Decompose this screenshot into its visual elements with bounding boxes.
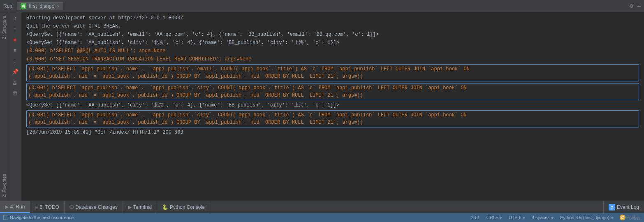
tab-close-button[interactable]: × bbox=[57, 4, 59, 9]
restart-icon[interactable]: ↺ bbox=[11, 14, 20, 23]
todo-tab[interactable]: ≡ 6: TODO bbox=[30, 201, 65, 213]
top-bar: Run: dj first_django × ⚙ — bbox=[0, 0, 644, 12]
cursor-position[interactable]: 23:1 bbox=[471, 215, 480, 220]
vtab-bottom-group: 2: Favorites bbox=[0, 171, 9, 201]
sql-line-1b: (`app1_publish`.`nid` = `app1_book`.`pub… bbox=[28, 73, 637, 80]
sql-line-3b: (`app1_publish`.`nid` = `app1_book`.`pub… bbox=[28, 119, 637, 126]
sql-block-2: (0.001) b'SELECT `app1_publish`.`name`, … bbox=[26, 83, 639, 100]
console-line-7: <QuerySet [{'name': 'AA_publish', 'city'… bbox=[21, 101, 644, 109]
run-tab[interactable]: dj first_django × bbox=[17, 2, 63, 10]
delete-icon[interactable]: 🗑 bbox=[11, 89, 20, 98]
terminal-tab[interactable]: ▶ Terminal bbox=[123, 201, 157, 213]
pin-icon[interactable]: 📌 bbox=[11, 67, 20, 76]
menu-icon[interactable]: ≡ bbox=[11, 46, 20, 55]
main-area: Z: Structure 2: Favorites ↺ ↑ ■ ≡ ↓ 📌 🖨 … bbox=[0, 12, 644, 201]
stop-icon[interactable]: ■ bbox=[11, 35, 20, 44]
line-ending[interactable]: CRLF ÷ bbox=[486, 215, 502, 220]
run-tab-label: 4: Run bbox=[10, 204, 25, 210]
status-right: 23:1 CRLF ÷ UTF-8 ÷ 4 spaces ÷ Python 3.… bbox=[471, 215, 641, 221]
django-icon: dj bbox=[21, 3, 26, 9]
left-sidebar: ↺ ↑ ■ ≡ ↓ 📌 🖨 🗑 bbox=[9, 12, 21, 201]
settings-icon[interactable]: ⚙ bbox=[630, 2, 633, 9]
python-console-tab[interactable]: 🐍 Python Console bbox=[157, 201, 210, 213]
watermark: 亿 亿速云 bbox=[620, 215, 641, 221]
db-icon: ⛁ bbox=[69, 204, 74, 210]
console-line-1: Starting development server at http://12… bbox=[21, 14, 644, 22]
console-line-2: Quit the server with CTRL-BREAK. bbox=[21, 22, 644, 30]
scroll-down-icon[interactable]: ↓ bbox=[11, 57, 20, 66]
vtab-structure[interactable]: Z: Structure bbox=[0, 12, 9, 42]
dev-server-link[interactable]: http://127.0.0.1:8000/ bbox=[118, 15, 183, 21]
encoding[interactable]: UTF-8 ÷ bbox=[509, 215, 525, 220]
run-icon: ▶ bbox=[5, 204, 9, 210]
todo-tab-label: 6: TODO bbox=[39, 204, 59, 210]
top-bar-actions: ⚙ — bbox=[630, 2, 641, 9]
python-icon: 🐍 bbox=[162, 204, 168, 210]
sql-line-2a: (0.001) b'SELECT `app1_publish`.`name`, … bbox=[28, 84, 637, 92]
run-label: Run: bbox=[3, 3, 14, 9]
sql-block-1: (0.001) b'SELECT `app1_publish`.`name`, … bbox=[26, 64, 639, 81]
sql-block-3: (0.001) b'SELECT `app1_publish`.`name`, … bbox=[26, 110, 639, 127]
tab-name: first_django bbox=[29, 3, 54, 9]
bottom-toolbar: ▶ 4: Run ≡ 6: TODO ⛁ Database Changes ▶ … bbox=[0, 201, 644, 213]
python-version[interactable]: Python 3.6 (first_django) ÷ bbox=[560, 215, 613, 220]
event-log-tab[interactable]: Q Event Log bbox=[603, 201, 644, 213]
navigate-text: Navigate to the next occurrence bbox=[10, 215, 74, 220]
vtab-favorites[interactable]: 2: Favorites bbox=[0, 171, 9, 201]
console-line-6: (0.000) b'SET SESSION TRANSACTION ISOLAT… bbox=[21, 55, 644, 63]
navigate-checkbox[interactable] bbox=[3, 215, 8, 220]
todo-icon: ≡ bbox=[35, 204, 38, 210]
db-changes-label: Database Changes bbox=[75, 204, 118, 210]
print-icon[interactable]: 🖨 bbox=[11, 78, 20, 87]
scroll-up-icon[interactable]: ↑ bbox=[11, 25, 20, 34]
vtab-top-group: Z: Structure bbox=[0, 12, 9, 42]
console-line-5: (0.000) b'SELECT @@SQL_AUTO_IS_NULL'; ar… bbox=[21, 47, 644, 55]
run-tab-bottom[interactable]: ▶ 4: Run bbox=[0, 201, 30, 213]
indent[interactable]: 4 spaces ÷ bbox=[532, 215, 554, 220]
event-log-icon: Q bbox=[609, 204, 615, 210]
console-line-4: <QuerySet [{'name': 'AA_publish', 'city'… bbox=[21, 39, 644, 47]
minimize-icon[interactable]: — bbox=[637, 3, 641, 9]
status-left: Navigate to the next occurrence bbox=[3, 215, 74, 220]
python-console-label: Python Console bbox=[170, 204, 205, 210]
watermark-text: 亿速云 bbox=[627, 215, 641, 221]
sql-line-2b: (`app1_publish`.`nid` = `app1_book`.`pub… bbox=[28, 92, 637, 99]
sql-line-1a: (0.001) b'SELECT `app1_publish`.`name`, … bbox=[28, 65, 637, 73]
db-changes-tab[interactable]: ⛁ Database Changes bbox=[65, 201, 123, 213]
console-output: Starting development server at http://12… bbox=[21, 12, 644, 201]
status-bar: Navigate to the next occurrence 23:1 CRL… bbox=[0, 213, 644, 222]
watermark-icon: 亿 bbox=[620, 215, 625, 220]
console-line-3: <QuerySet [{'name': 'AA_publish', 'email… bbox=[21, 30, 644, 39]
vertical-tabs: Z: Structure 2: Favorites bbox=[0, 12, 9, 201]
console-line-8: [26/Jun/2019 15:09:40] "GET /index/ HTTP… bbox=[21, 128, 644, 136]
event-log-label: Event Log bbox=[617, 204, 639, 210]
terminal-label: Terminal bbox=[133, 204, 152, 210]
terminal-icon: ▶ bbox=[128, 204, 132, 210]
sql-line-3a: (0.001) b'SELECT `app1_publish`.`name`, … bbox=[28, 111, 637, 119]
